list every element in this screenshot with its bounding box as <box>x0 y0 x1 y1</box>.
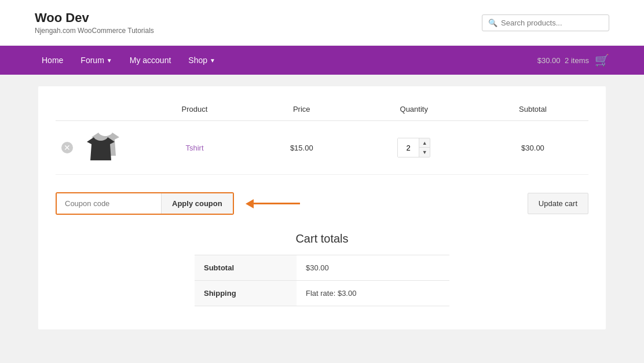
cart-totals-title: Cart totals <box>195 232 449 245</box>
nav-bar: Home Forum ▼ My account Shop ▼ $30.00 2 … <box>0 46 644 75</box>
quantity-stepper[interactable]: ▲ ▼ <box>397 138 430 157</box>
nav-item-myaccount[interactable]: My account <box>123 46 178 75</box>
arrow <box>246 199 300 208</box>
arrow-head <box>246 199 254 208</box>
nav-cart[interactable]: $30.00 2 items 🛒 <box>537 53 609 67</box>
totals-value-subtotal: $30.00 <box>297 255 449 281</box>
apply-coupon-button[interactable]: Apply coupon <box>161 193 233 214</box>
site-header: Woo Dev Njengah.com WooCommerce Tutorial… <box>0 0 644 46</box>
cart-amount: $30.00 2 items <box>537 56 589 65</box>
qty-up-button[interactable]: ▲ <box>419 138 430 148</box>
product-image-cell <box>79 121 137 175</box>
quantity-input[interactable] <box>398 138 419 157</box>
coupon-row: Apply coupon Update cart <box>56 192 588 215</box>
arrow-line <box>254 203 300 204</box>
totals-row-subtotal: Subtotal $30.00 <box>195 255 449 281</box>
col-remove <box>56 98 79 121</box>
coupon-wrapper: Apply coupon <box>56 192 234 215</box>
coupon-input[interactable] <box>57 193 161 214</box>
product-subtotal: $30.00 <box>521 144 544 152</box>
site-tagline: Njengah.com WooCommerce Tutorials <box>35 27 154 35</box>
search-input[interactable] <box>501 19 603 27</box>
site-branding: Woo Dev Njengah.com WooCommerce Tutorial… <box>35 10 154 35</box>
nav-links: Home Forum ▼ My account Shop ▼ <box>35 46 222 75</box>
col-product: Product <box>137 98 253 121</box>
qty-spinner: ▲ ▼ <box>419 138 430 157</box>
remove-cell: ✕ <box>56 121 79 175</box>
totals-value-shipping: Flat rate: $3.00 <box>297 281 449 306</box>
col-quantity: Quantity <box>351 98 477 121</box>
coupon-left: Apply coupon <box>56 192 300 215</box>
col-image <box>79 98 137 121</box>
cart-totals: Cart totals Subtotal $30.00 Shipping Fla… <box>195 232 449 306</box>
arrow-indicator <box>246 199 300 208</box>
chevron-down-icon: ▼ <box>107 57 112 64</box>
col-price: Price <box>253 98 351 121</box>
nav-item-shop[interactable]: Shop ▼ <box>181 46 222 75</box>
totals-table: Subtotal $30.00 Shipping Flat rate: $3.0… <box>195 255 449 306</box>
remove-item-button[interactable]: ✕ <box>61 142 73 153</box>
totals-row-shipping: Shipping Flat rate: $3.00 <box>195 281 449 306</box>
table-row: ✕ Tshirt <box>56 121 588 175</box>
totals-label-subtotal: Subtotal <box>195 255 297 281</box>
product-image <box>85 130 125 165</box>
product-price: $15.00 <box>290 144 313 152</box>
chevron-down-icon: ▼ <box>210 57 215 64</box>
search-icon: 🔍 <box>488 19 497 27</box>
main-content: Product Price Quantity Subtotal ✕ <box>38 86 606 329</box>
nav-item-home[interactable]: Home <box>35 46 70 75</box>
nav-item-forum[interactable]: Forum ▼ <box>74 46 119 75</box>
product-qty-cell: ▲ ▼ <box>351 121 477 175</box>
cart-table: Product Price Quantity Subtotal ✕ <box>56 98 588 175</box>
product-link[interactable]: Tshirt <box>185 144 203 152</box>
product-subtotal-cell: $30.00 <box>477 121 588 175</box>
product-name-cell: Tshirt <box>137 121 253 175</box>
totals-label-shipping: Shipping <box>195 281 297 306</box>
update-cart-button[interactable]: Update cart <box>528 193 588 214</box>
cart-icon: 🛒 <box>595 53 609 67</box>
search-box[interactable]: 🔍 <box>482 14 609 31</box>
qty-down-button[interactable]: ▼ <box>419 148 430 157</box>
site-title: Woo Dev <box>35 10 154 25</box>
product-price-cell: $15.00 <box>253 121 351 175</box>
col-subtotal: Subtotal <box>477 98 588 121</box>
